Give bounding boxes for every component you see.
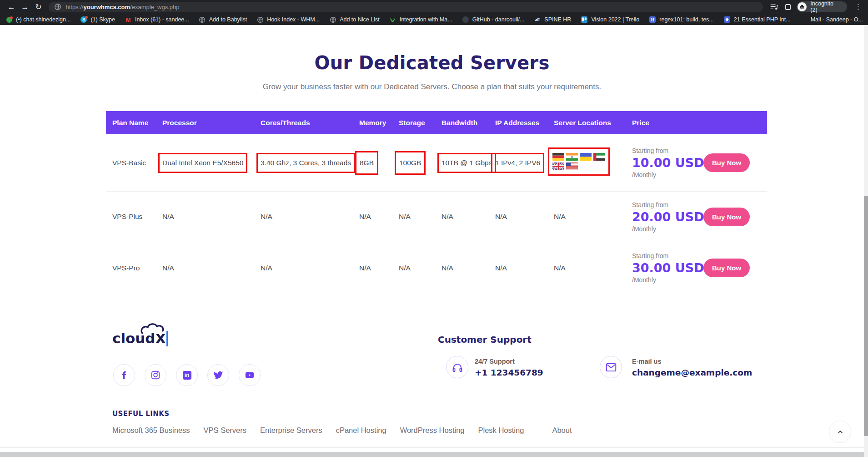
col-storage: Storage (399, 119, 442, 127)
highlight-box-memory: 8GB (355, 151, 378, 175)
bookmark-item[interactable]: Integration with Ma... (389, 16, 452, 23)
cores-value: N/A (261, 264, 359, 272)
bookmark-item[interactable]: Rregex101: build, tes... (649, 16, 714, 23)
highlight-box-bandwidth: 10TB @ 1 Gbps (437, 153, 496, 173)
page-subtitle: Grow your business faster with our Dedic… (0, 82, 864, 91)
customer-support-heading: Customer Support (438, 334, 532, 345)
bookmark-label: (1) Skype (90, 16, 115, 23)
bookmark-label: SPINE HR (544, 16, 571, 23)
col-processor: Processor (162, 119, 261, 127)
forward-icon[interactable]: → (18, 3, 32, 11)
github-icon (462, 16, 469, 23)
bookmark-item[interactable]: (•) chat.shinedezign... (5, 16, 70, 23)
globe-icon (199, 16, 206, 23)
bookmark-item[interactable]: MInbox (61) - sandee... (125, 16, 189, 23)
php-interview-icon (723, 16, 731, 23)
pricing-table: Plan Name Processor Cores/Threads Memory… (106, 111, 767, 294)
url-scheme: https:// (65, 4, 83, 10)
bookmark-item[interactable]: S(1) Skype (80, 16, 115, 23)
bookmark-label: Vision 2022 | Trello (591, 16, 639, 23)
url-bar[interactable]: https://yourwhmcs.com/example_wgs.php (49, 2, 763, 12)
memory-value: N/A (359, 213, 399, 221)
bookmark-label: Mail - Sandeep - O... (811, 16, 863, 23)
bookmark-label: 21 Essential PHP Int... (734, 16, 791, 23)
footer-link-wordpress-hosting[interactable]: WordPress Hosting (400, 426, 465, 435)
plan-name: VPS-Basic (112, 159, 162, 167)
bookmark-label: (•) chat.shinedezign... (16, 16, 70, 23)
chevron-up-icon (836, 427, 845, 437)
support-phone[interactable]: +1 123456789 (475, 368, 543, 377)
browser-toolbar: ← → ↻ https://yourwhmcs.com/example_wgs.… (0, 0, 868, 14)
footer-link-vps-servers[interactable]: VPS Servers (204, 426, 246, 435)
highlight-box-processor: Dual Intel Xeon E5/X5650 (158, 153, 247, 173)
col-cores: Cores/Threads (261, 119, 359, 127)
email-value[interactable]: changeme@example.com (632, 368, 752, 377)
gmail-icon: M (125, 16, 132, 23)
processor-value: N/A (162, 213, 261, 221)
page-scrollbar-thumb[interactable] (864, 196, 868, 436)
useful-links-heading: USEFUL LINKS (112, 410, 169, 418)
linkedin-icon[interactable]: in (176, 364, 198, 386)
facebook-icon[interactable] (113, 364, 135, 386)
col-ip: IP Addresses (495, 119, 554, 127)
useful-links: Microsoft 365 Business VPS Servers Enter… (112, 426, 572, 435)
bookmark-item[interactable]: SPINE HR (534, 16, 571, 23)
scroll-to-top-button[interactable] (829, 421, 851, 443)
price-prefix: Starting from (632, 201, 703, 208)
twitter-icon[interactable] (207, 364, 229, 386)
back-icon[interactable]: ← (5, 3, 18, 11)
storage-value: N/A (399, 264, 442, 272)
table-row: VPS-Basic Dual Intel Xeon E5/X5650 3.40 … (106, 134, 767, 191)
bookmark-item[interactable]: Add to Nice List (329, 16, 380, 23)
extension-square-icon[interactable] (785, 4, 791, 10)
email-label: E-mail us (632, 358, 661, 365)
url-text: https://yourwhmcs.com/example_wgs.php (65, 4, 179, 10)
globe-icon (54, 3, 61, 10)
microsoft-icon (800, 16, 808, 23)
bookmark-item[interactable]: Vision 2022 | Trello (581, 16, 639, 23)
reload-icon[interactable]: ↻ (32, 3, 45, 11)
highlight-box-ip: 1 IPv4, 2 IPV6 (491, 153, 544, 173)
media-controls-icon[interactable] (769, 2, 779, 12)
footer-link-plesk-hosting[interactable]: Plesk Hosting (478, 426, 524, 435)
col-bandwidth: Bandwidth (442, 119, 495, 127)
bookmark-item[interactable]: 21 Essential PHP Int... (723, 16, 791, 23)
bookmark-item[interactable]: GitHub - danrcoull/... (462, 16, 525, 23)
bookmark-item[interactable]: Add to Babylist (199, 16, 247, 23)
plan-name: VPS-Plus (112, 213, 162, 221)
skype-icon: S (80, 16, 87, 23)
col-price: Price (632, 119, 703, 127)
buy-now-button[interactable]: Buy Now (703, 259, 750, 277)
footer-link-about[interactable]: About (552, 426, 572, 435)
price-cell: Starting from 20.00 USD /Monthly (632, 201, 703, 233)
youtube-icon[interactable] (239, 364, 261, 386)
globe-icon (256, 16, 264, 23)
bookmark-label: Hook Index - WHM... (267, 16, 320, 23)
footer-link-cpanel-hosting[interactable]: cPanel Hosting (336, 426, 386, 435)
url-path: /example_wgs.php (130, 4, 179, 10)
table-row: VPS-Plus N/A N/A N/A N/A N/A N/A N/A Sta… (106, 191, 767, 242)
social-links: in (113, 364, 261, 386)
envelope-icon (600, 356, 622, 378)
instagram-icon[interactable] (145, 364, 166, 386)
locations-value: N/A (554, 213, 632, 221)
bookmark-label: Integration with Ma... (400, 16, 452, 23)
bookmark-label: Inbox (61) - sandee... (135, 16, 189, 23)
bookmark-item[interactable]: Hook Index - WHM... (256, 16, 320, 23)
buy-now-button[interactable]: Buy Now (703, 208, 750, 226)
highlight-box-locations (548, 147, 610, 176)
globe-icon (329, 16, 336, 23)
locations-value: N/A (554, 264, 632, 272)
site-logo[interactable]: cloud x (112, 329, 168, 346)
bookmark-item[interactable]: Mail - Sandeep - O... (800, 16, 863, 23)
page-title: Our Dedicated Servers (0, 52, 864, 73)
browser-menu-icon[interactable]: ⋮ (853, 3, 863, 11)
footer-link-microsoft-365[interactable]: Microsoft 365 Business (112, 426, 190, 435)
bookmark-label: Add to Nice List (340, 16, 380, 23)
buy-now-button[interactable]: Buy Now (703, 153, 750, 172)
bandwidth-value: N/A (442, 264, 495, 272)
incognito-badge[interactable]: Incognito (2) (797, 1, 847, 12)
footer: cloud x in Customer Support 24/7 Support… (0, 313, 868, 448)
footer-link-enterprise-servers[interactable]: Enterprise Servers (260, 426, 322, 435)
highlight-box-storage: 100GB (395, 151, 426, 175)
